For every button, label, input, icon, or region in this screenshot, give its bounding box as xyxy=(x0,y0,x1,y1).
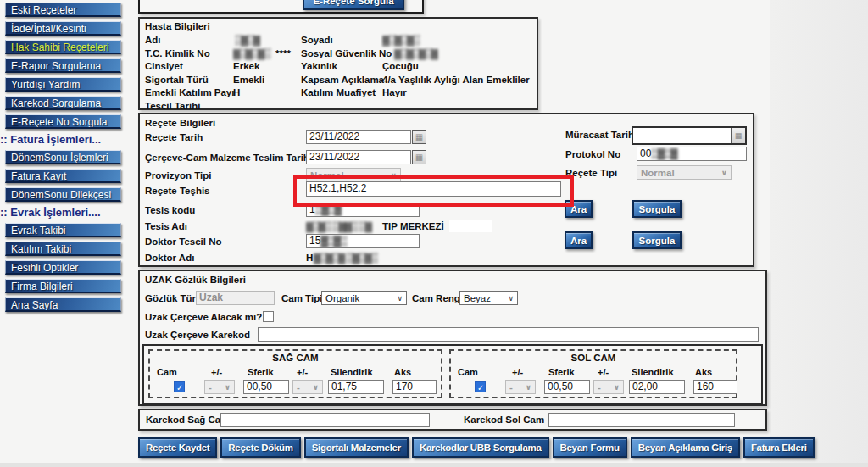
recete-tarih-input[interactable]: 23/11/2022 xyxy=(306,130,411,144)
sidebar-item-ana-sayfa[interactable]: Ana Sayfa xyxy=(5,297,121,312)
cerceve-karekod-input[interactable] xyxy=(258,327,759,342)
col-sign2: +/- xyxy=(297,367,308,377)
doktor-sorgula-button[interactable]: Sorgula xyxy=(632,231,682,249)
bottom-strip xyxy=(0,463,868,467)
sidebar-item-hak-sahibi-receteleri[interactable]: Hak Sahibi Reçeteleri xyxy=(5,40,121,54)
col-aks: Aks xyxy=(394,367,411,377)
sidebar-item-eski-receteler[interactable]: Eski Reçeteler xyxy=(5,3,121,17)
karekod-box: Karekod Sağ Cam Karekod Sol Cam xyxy=(138,409,767,431)
sidebar-item-evrak-takibi[interactable]: Evrak Takibi xyxy=(5,223,121,237)
sidebar-item-karekod-sorgulama[interactable]: Karekod Sorgulama xyxy=(5,96,121,110)
chevron-down-icon: ∨ xyxy=(508,294,514,303)
left-cam-checkbox[interactable] xyxy=(475,381,486,392)
chevron-down-icon: ∨ xyxy=(397,294,403,303)
sidebar-item-e-rapor-sorgulama[interactable]: E-Rapor Sorgulama xyxy=(5,58,121,73)
right-cam-checkbox[interactable] xyxy=(174,381,185,392)
sidebar-item-katilim-takibi[interactable]: Katılım Takibi xyxy=(5,242,121,256)
e-recete-query-box: E-Reçete Sorgula xyxy=(138,0,424,14)
calendar-icon: ▦ xyxy=(415,132,423,142)
label-tesis-adi: Tesis Adı xyxy=(145,221,187,231)
fatura-ekleri-button[interactable]: Fatura Ekleri xyxy=(743,437,815,458)
value-tc-kimlik-no: ▓▒▓▒▓▒ xyxy=(233,48,270,58)
right-lens-title: SAĞ CAM xyxy=(150,353,441,363)
cerceve-alacak-checkbox[interactable] xyxy=(263,311,274,322)
label-cam-tipi: Cam Tipi xyxy=(281,293,322,303)
value-tesis-adi-masked: ▓▒▓▒ ▒▓▓▒ ▒▓ xyxy=(306,221,371,231)
label-gozluk-turu: Gözlük Türü xyxy=(145,293,202,303)
beyan-aciklama-giris-button[interactable]: Beyan Açıklama Giriş xyxy=(631,437,740,458)
value-katilim-muafiyet: Hayır xyxy=(382,87,407,97)
redaction-patch xyxy=(449,220,492,232)
right-sign2-select: -∨ xyxy=(292,380,323,394)
col-cam: Cam xyxy=(157,367,177,377)
doktor-ara-button[interactable]: Ara xyxy=(565,231,593,249)
col-sferik: Sferik xyxy=(548,367,575,377)
label-katilim-muafiyet: Katılım Muafiyet xyxy=(301,87,376,97)
left-aks-input[interactable]: 160 xyxy=(693,380,737,394)
label-sosyal-guvenlik-no: Sosyal Güvenlik No xyxy=(301,48,392,58)
sidebar-item-fesihli-optikler[interactable]: Fesihli Optikler xyxy=(5,260,121,275)
recete-kaydet-button[interactable]: Reçete Kaydet xyxy=(138,437,217,458)
value-adi: ▒▓▒▓ xyxy=(235,35,259,45)
sidebar-item-yurtdisi-yardim[interactable]: Yurtdışı Yardım xyxy=(5,77,121,92)
recete-dokum-button[interactable]: Reçete Döküm xyxy=(220,437,300,458)
label-yakinlik: Yakınlık xyxy=(301,61,337,71)
karekod-sag-cam-input[interactable] xyxy=(220,413,430,427)
cam-tipi-select[interactable]: Organik∨ xyxy=(321,291,407,305)
sidebar-item-fatura-kayit[interactable]: Fatura Kayıt xyxy=(5,169,121,183)
col-silendirik: Silendirik xyxy=(632,367,674,377)
label-doktor-adi: Doktor Adı xyxy=(145,253,194,263)
e-recete-sorgula-button[interactable]: E-Reçete Sorgula xyxy=(303,0,404,10)
sigortali-malzemeler-button[interactable]: Sigortalı Malzemeler xyxy=(304,437,409,458)
sidebar-item-firma-bilgileri[interactable]: Firma Bilgileri xyxy=(5,279,121,293)
muracaat-calendar-button[interactable]: ▦ xyxy=(731,128,745,143)
beyan-formu-button[interactable]: Beyan Formu xyxy=(553,437,627,458)
cam-rengi-select[interactable]: Beyaz∨ xyxy=(459,291,518,305)
left-sign1-select: -∨ xyxy=(505,380,536,394)
value-yakinlik: Çocuğu xyxy=(382,61,419,71)
teslim-tarih-calendar-button[interactable]: ▦ xyxy=(412,150,426,164)
left-lens-title: SOL CAM xyxy=(451,353,736,363)
sidebar-item-e-recete-no-sorgula[interactable]: E-Reçete No Sorgula xyxy=(5,114,121,129)
patient-info-title: Hasta Bilgileri xyxy=(145,21,210,31)
right-sferik-input[interactable]: 00,50 xyxy=(243,380,289,394)
sidebar-item-donemsonu-islemleri[interactable]: DönemSonu İşlemleri xyxy=(5,150,121,164)
value-emekli-katilim-payi: H xyxy=(233,87,240,97)
calendar-icon: ▦ xyxy=(415,153,423,162)
recete-tipi-select: Normal∨ xyxy=(637,165,732,180)
sidebar-item-iade-iptal-kesinti[interactable]: İade/İptal/Kesinti xyxy=(5,21,121,36)
patient-info-box: Hasta Bilgileri Adı ▒▓▒▓ Soyadı ▓▒▓▒▓▒ T… xyxy=(138,17,538,110)
chevron-down-icon: ∨ xyxy=(526,383,531,392)
value-soyadi: ▓▒▓▒▓▒ xyxy=(382,35,420,45)
col-silendirik: Silendirik xyxy=(331,367,373,377)
tesis-sorgula-button[interactable]: Sorgula xyxy=(632,200,682,218)
teslim-tarih-input[interactable]: 23/11/2022 xyxy=(306,150,411,164)
protokol-no-input[interactable]: 00▒▓▒▓ xyxy=(637,147,747,161)
calendar-icon: ▦ xyxy=(735,131,743,140)
glasses-info-box: UZAK Gözlük Bilgileri Gözlük Türü Uzak C… xyxy=(138,270,767,406)
left-sign2-select: -∨ xyxy=(593,380,624,394)
glasses-title: UZAK Gözlük Bilgileri xyxy=(145,275,246,285)
col-cam: Cam xyxy=(458,367,478,377)
label-adi: Adı xyxy=(145,35,161,45)
muracaat-tarih-field: ▦ xyxy=(632,126,747,145)
chevron-down-icon: ∨ xyxy=(225,383,231,392)
recete-tarih-calendar-button[interactable]: ▦ xyxy=(412,130,426,144)
left-silendirik-input[interactable]: 02,00 xyxy=(629,380,685,394)
sidebar-item-donemsonu-dilekcesi[interactable]: DönemSonu Dilekçesi xyxy=(5,187,121,202)
karekodlar-ubb-sorgulama-button[interactable]: Karekodlar UBB Sorgulama xyxy=(412,437,549,458)
label-cerceve-karekod: Uzak Çerçeve Karekod xyxy=(145,330,250,340)
value-cinsiyet: Erkek xyxy=(233,61,259,71)
col-sign1: +/- xyxy=(512,367,523,377)
right-aks-input[interactable]: 170 xyxy=(392,380,437,394)
left-sferik-input[interactable]: 00,50 xyxy=(544,380,590,394)
karekod-sol-cam-input[interactable] xyxy=(548,413,735,427)
value-kapsam-aciklama: 4/a Yaşlılık Aylığı Alan Emekliler xyxy=(382,75,530,85)
right-silendirik-input[interactable]: 01,75 xyxy=(328,380,384,394)
label-recete-tarih: Reçete Tarih xyxy=(145,132,203,142)
value-sigortali-turu: Emekli xyxy=(233,75,264,85)
value-tesis-adi: TIP MERKEZİ xyxy=(382,221,444,231)
bottom-button-bar: Reçete Kaydet Reçete Döküm Sigortalı Mal… xyxy=(138,437,815,458)
muracaat-tarih-input[interactable] xyxy=(633,128,731,143)
doktor-tescil-no-input[interactable]: 15▓▒▓▒ xyxy=(306,234,420,248)
